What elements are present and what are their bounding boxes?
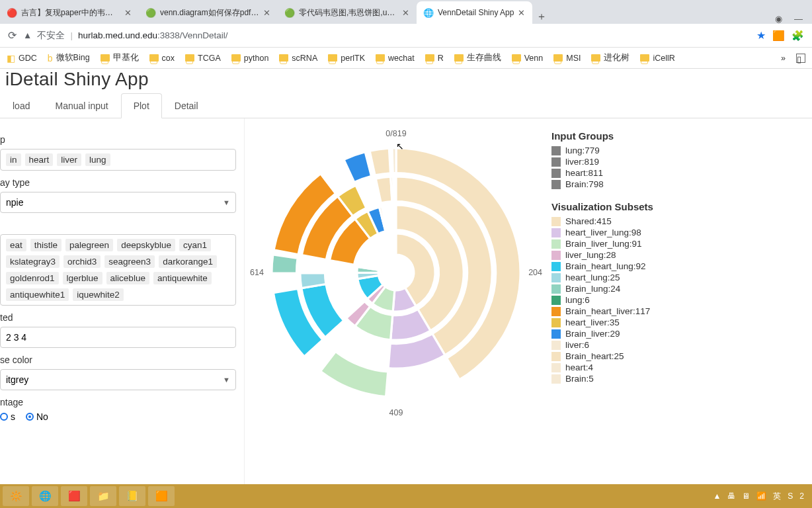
colors-tag-input[interactable]: eatthistlepalegreendeepskybluecyan1kslat… <box>0 234 236 306</box>
legend-label: Brain_lung:24 <box>565 284 620 294</box>
basecolor-select[interactable]: itgrey ▼ <box>0 369 236 390</box>
legend-swatch-icon <box>551 329 561 339</box>
tab-favicon: 🟢 <box>284 7 295 18</box>
legend-swatch-icon <box>551 307 561 316</box>
bookmark-item[interactable]: ▢wechat <box>376 54 415 63</box>
app-tab-detail[interactable]: Detail <box>162 93 211 118</box>
bookmark-label: R <box>438 54 444 63</box>
tag[interactable]: liver <box>57 153 81 166</box>
app-tab-load[interactable]: load <box>0 93 42 118</box>
chevron-down-icon: ▼ <box>223 376 230 384</box>
tray-icon[interactable]: 🖥 <box>742 491 750 501</box>
close-icon[interactable]: ✕ <box>263 8 271 18</box>
folder-icon: ◧ <box>7 53 15 64</box>
legend-swatch-icon <box>551 273 561 282</box>
bookmark-label: perlTK <box>341 54 365 63</box>
tray-icon[interactable]: S <box>788 491 793 501</box>
tag[interactable]: antiquewhite1 <box>6 288 69 301</box>
tag[interactable]: cyan1 <box>179 239 211 251</box>
tag[interactable]: eat <box>6 239 26 251</box>
tag[interactable]: in <box>6 153 21 166</box>
tray-icon[interactable]: 🖶 <box>727 491 735 501</box>
new-tab-button[interactable]: ＋ <box>532 10 551 24</box>
bookmark-item[interactable]: ▢生存曲线 <box>454 52 501 64</box>
bookmark-item[interactable]: ▢python <box>231 54 269 63</box>
app-tab-manual-input[interactable]: Manual input <box>42 93 120 118</box>
tag[interactable]: lung <box>85 153 110 166</box>
legend-swatch-icon <box>551 157 561 167</box>
bookmark-item[interactable]: ◧GDC <box>7 53 37 64</box>
bookmarks-overflow[interactable]: » <box>781 54 786 63</box>
sidebar: p inheartliverlung ay type npie ▼ eatthi… <box>0 118 245 489</box>
tray-icon[interactable]: 2 <box>799 491 804 501</box>
tag[interactable]: lgerblue <box>63 272 102 284</box>
tag[interactable]: deepskyblue <box>117 239 175 251</box>
close-icon[interactable]: ✕ <box>124 8 132 18</box>
taskbar-app[interactable]: 🌐 <box>32 486 58 506</box>
close-icon[interactable]: ✕ <box>402 8 410 18</box>
extensions-button[interactable]: 🧩 <box>792 30 804 42</box>
legend-label: liver:6 <box>565 340 589 350</box>
bookmark-item[interactable]: ▢进化树 <box>591 52 629 64</box>
bookmark-item[interactable]: ▢cox <box>149 54 175 63</box>
radio-yes[interactable]: s <box>0 411 15 422</box>
reload-button[interactable]: ⟳ <box>8 29 17 42</box>
bookmark-item[interactable]: ▢TCGA <box>185 54 221 63</box>
url-box[interactable]: ▲ 不安全 | hurlab.med.und.edu:3838/VennDeta… <box>23 30 750 42</box>
legend-item: liver:6 <box>551 340 653 350</box>
taskbar-app[interactable]: 🟥 <box>61 486 87 506</box>
minimize-icon[interactable]: — <box>794 14 803 24</box>
tray-icon[interactable]: 📶 <box>756 491 766 501</box>
legend-item: heart:811 <box>551 168 653 178</box>
system-tray: ▲🖶🖥📶英S2 <box>713 491 809 502</box>
group-tag-input[interactable]: inheartliverlung <box>0 149 236 171</box>
tray-icon[interactable]: 英 <box>773 491 781 502</box>
legend-item: Brain_liver:29 <box>551 329 653 339</box>
tag[interactable]: orchid3 <box>63 255 101 268</box>
bookmark-item[interactable]: b微软Bing <box>48 52 90 64</box>
legend-label: liver:819 <box>565 157 599 167</box>
browser-tab-2[interactable]: 🟢 零代码韦恩图,韦恩饼图,upset图 ✕ <box>278 1 417 24</box>
bookmark-item[interactable]: ▢perlTK <box>328 54 365 63</box>
legend-column: Input Groups lung:779liver:819heart:811B… <box>551 130 653 477</box>
tray-icon[interactable]: ▲ <box>713 491 721 501</box>
reading-list-icon[interactable]: ▯ <box>796 54 805 63</box>
browser-tab-0[interactable]: 🔴 吉言】复现paper中的韦恩图 ✕ <box>0 1 139 24</box>
bookmark-item[interactable]: ▢R <box>425 54 444 63</box>
taskbar-app[interactable]: 🔆 <box>3 486 29 506</box>
close-icon[interactable]: ✕ <box>518 8 526 18</box>
tag[interactable]: iquewhite2 <box>73 288 124 301</box>
bookmark-item[interactable]: ▢Venn <box>512 54 544 63</box>
browser-tab-1[interactable]: 🟢 venn.diagram如何保存pdf格式 ✕ <box>139 1 278 24</box>
restore-icon[interactable]: ◉ <box>775 14 782 24</box>
tag[interactable]: aliceblue <box>106 272 149 284</box>
tag[interactable]: antiquewhite <box>153 272 212 284</box>
bookmark-item[interactable]: ▢甲基化 <box>101 52 139 64</box>
taskbar-app[interactable]: 📁 <box>90 486 116 506</box>
displaytype-select[interactable]: npie ▼ <box>0 192 236 213</box>
extension-icon[interactable]: 🟧 <box>772 30 785 42</box>
tag[interactable]: heart <box>25 153 54 166</box>
tag[interactable]: kslategray3 <box>6 255 60 268</box>
legend-swatch-icon <box>551 341 561 350</box>
bookmark-item[interactable]: ▢MSI <box>553 54 581 63</box>
bookmark-item[interactable]: ▢scRNA <box>279 54 317 63</box>
taskbar-app[interactable]: 📒 <box>119 486 145 506</box>
content: p inheartliverlung ay type npie ▼ eatthi… <box>0 118 812 489</box>
tag[interactable]: darkorange1 <box>159 255 217 268</box>
folder-icon: ▢ <box>185 54 194 62</box>
tag[interactable]: goldenrod1 <box>6 272 59 284</box>
legend-label: Brain:798 <box>565 179 604 189</box>
app-tab-plot[interactable]: Plot <box>121 93 162 118</box>
tag[interactable]: seagreen3 <box>104 255 155 268</box>
folder-icon: ▢ <box>591 54 600 62</box>
browser-tab-3-active[interactable]: 🌐 VennDetail Shiny App ✕ <box>417 1 532 24</box>
revolution-input[interactable]: 2 3 4 <box>0 327 236 348</box>
tag[interactable]: thistle <box>30 239 61 251</box>
radio-no[interactable]: No <box>26 411 48 422</box>
bookmark-star-icon[interactable]: ★ <box>756 29 766 42</box>
taskbar-app[interactable]: 🟧 <box>148 486 175 506</box>
tag[interactable]: palegreen <box>65 239 113 251</box>
bookmark-item[interactable]: ▢iCellR <box>640 54 674 63</box>
legend-item: lung:779 <box>551 146 653 155</box>
